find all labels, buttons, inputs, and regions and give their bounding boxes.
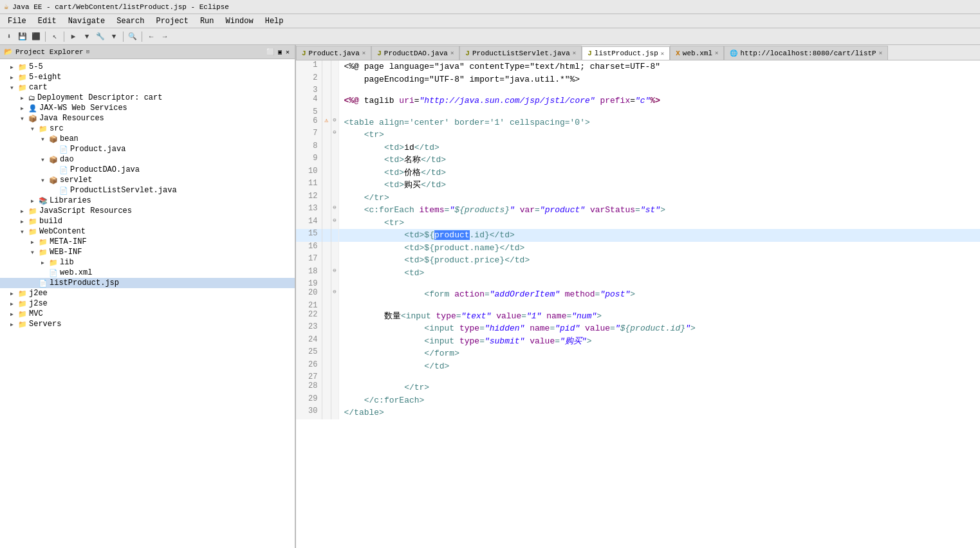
line-fold-14[interactable]: ⊖: [331, 217, 338, 230]
tree-item-webcontent[interactable]: ▼📁WebContent: [0, 226, 295, 237]
tab-product-java-tab[interactable]: J Product.java ✕: [296, 46, 371, 60]
toolbar-run-dropdown[interactable]: ▼: [80, 30, 93, 43]
tree-item-web-inf[interactable]: ▼📁WEB-INF: [0, 247, 295, 257]
toolbar-debug-dropdown[interactable]: ▼: [107, 30, 120, 43]
toolbar-back[interactable]: ←: [145, 30, 158, 43]
tree-arrow-jsresources[interactable]: ▶: [21, 208, 28, 214]
tree-arrow-lib[interactable]: ▶: [41, 260, 49, 266]
toolbar-forward[interactable]: →: [158, 30, 171, 43]
tree-item-servers[interactable]: ▶📁Servers: [0, 319, 295, 329]
tab-close-webxml-tab[interactable]: ✕: [715, 50, 718, 57]
tree-arrow-libraries[interactable]: ▶: [31, 198, 39, 204]
tree-item-product-java[interactable]: 📄Product.java: [0, 144, 295, 154]
tab-webxml-tab[interactable]: X web.xml ✕: [670, 46, 724, 60]
tree-arrow-servlet[interactable]: ▼: [41, 178, 49, 183]
menu-help[interactable]: Help: [260, 15, 289, 27]
tree-item-productlistservlet-java[interactable]: 📄ProductListServlet.java: [0, 185, 295, 196]
tree-arrow-webcontent[interactable]: ▼: [21, 229, 28, 235]
code-editor[interactable]: 1<%@ page language="java" contentType="t…: [296, 60, 980, 548]
tree-item-libraries[interactable]: ▶📚Libraries: [0, 196, 295, 206]
line-number-28: 28: [296, 381, 322, 394]
tree-item-deployment[interactable]: ▶🗂Deployment Descriptor: cart: [0, 93, 295, 103]
line-fold-6[interactable]: ⊖: [331, 116, 338, 129]
line-marker-27: [322, 372, 331, 381]
line-marker-25: [322, 347, 331, 360]
tree-item-cart[interactable]: ▼📁cart: [0, 82, 295, 93]
tree-arrow-dao[interactable]: ▼: [41, 157, 49, 163]
tree-arrow-jaxws[interactable]: ▶: [21, 105, 28, 111]
tree-item-j2se[interactable]: ▶📁j2se: [0, 298, 295, 309]
tree-item-jsresources[interactable]: ▶📁JavaScript Resources: [0, 206, 295, 216]
tree-item-meta-inf[interactable]: ▶📁META-INF: [0, 237, 295, 247]
tab-localhost-tab[interactable]: 🌐 http://localhost:8080/cart/listP ✕: [724, 46, 888, 60]
tab-productlistservlet-java-tab[interactable]: J ProductListServlet.java ✕: [459, 46, 582, 60]
line-fold-20[interactable]: ⊖: [331, 288, 338, 301]
code-cell-27: [338, 372, 980, 381]
tree-arrow-j2se[interactable]: ▶: [10, 301, 18, 307]
tree-item-productdao-java[interactable]: 📄ProductDAO.java: [0, 165, 295, 175]
tree-item-javaresources[interactable]: ▼📦Java Resources: [0, 113, 295, 123]
tree-item-lib[interactable]: ▶📁lib: [0, 257, 295, 268]
tab-close-listproduct-jsp-tab[interactable]: ✕: [661, 50, 664, 57]
code-row-28: 28 </tr>: [296, 381, 980, 394]
menu-file[interactable]: File: [3, 15, 32, 27]
tree-item-5-eight[interactable]: ▶📁5-eight: [0, 72, 295, 82]
toolbar-new[interactable]: ⬇: [3, 30, 15, 43]
tree-arrow-src[interactable]: ▼: [31, 126, 39, 132]
toolbar-cursor[interactable]: ↖: [48, 30, 61, 43]
tree-arrow-bean[interactable]: ▼: [41, 136, 49, 142]
menu-edit[interactable]: Edit: [33, 15, 62, 27]
tree-item-mvc[interactable]: ▶📁MVC: [0, 309, 295, 319]
toolbar-run[interactable]: ▶: [67, 30, 80, 43]
tree-label-j2se: j2se: [29, 299, 48, 308]
tab-listproduct-jsp-tab[interactable]: J listProduct.jsp ✕: [582, 46, 670, 60]
main-layout: 📂 Project Explorer ⊠ ⬜ ▣ ✕ ▶📁5-5▶📁5-eigh…: [0, 45, 980, 548]
tab-close-productdao-java-tab[interactable]: ✕: [450, 50, 454, 57]
sidebar-minimize[interactable]: ⬜: [265, 48, 275, 57]
tree-arrow-javaresources[interactable]: ▼: [21, 116, 28, 122]
menu-run[interactable]: Run: [195, 15, 219, 27]
tree-item-5-5[interactable]: ▶📁5-5: [0, 62, 295, 72]
tab-close-localhost-tab[interactable]: ✕: [879, 50, 882, 57]
tree-item-jaxws[interactable]: ▶👤JAX-WS Web Services: [0, 103, 295, 113]
tree-arrow-5-5[interactable]: ▶: [10, 64, 18, 70]
toolbar-save-all[interactable]: ⬛: [30, 30, 42, 43]
tab-close-product-java-tab[interactable]: ✕: [362, 50, 365, 57]
tree-arrow-5-eight[interactable]: ▶: [10, 75, 18, 80]
menu-window[interactable]: Window: [220, 15, 258, 27]
toolbar-debug[interactable]: 🔧: [94, 30, 107, 43]
toolbar-save[interactable]: 💾: [16, 30, 29, 43]
line-fold-13[interactable]: ⊖: [331, 204, 338, 217]
tree-arrow-cart[interactable]: ▼: [10, 85, 18, 91]
line-fold-7[interactable]: ⊖: [331, 129, 338, 142]
tree-arrow-build[interactable]: ▶: [21, 219, 28, 224]
line-fold-8: [331, 142, 338, 154]
tree-icon-5-5: 📁: [18, 63, 27, 71]
tree-item-bean[interactable]: ▼📦bean: [0, 134, 295, 144]
menu-search[interactable]: Search: [111, 15, 149, 27]
sidebar-close[interactable]: ✕: [284, 48, 291, 57]
line-marker-19: [322, 279, 331, 288]
toolbar-sep3: [123, 32, 124, 42]
tree-item-j2ee[interactable]: ▶📁j2ee: [0, 288, 295, 298]
tree-arrow-meta-inf[interactable]: ▶: [31, 239, 39, 245]
tab-close-productlistservlet-java-tab[interactable]: ✕: [573, 50, 576, 57]
tree-arrow-deployment[interactable]: ▶: [21, 95, 28, 101]
tree-item-listproduct-jsp[interactable]: 📄listProduct.jsp: [0, 278, 295, 288]
code-row-14: 14⊖ <tr>: [296, 217, 980, 230]
tree-arrow-web-inf[interactable]: ▼: [31, 250, 39, 255]
line-fold-18[interactable]: ⊖: [331, 267, 338, 280]
tree-item-servlet[interactable]: ▼📦servlet: [0, 175, 295, 185]
tab-productdao-java-tab[interactable]: J ProductDAO.java ✕: [371, 46, 459, 60]
tree-item-build[interactable]: ▶📁build: [0, 216, 295, 226]
menu-project[interactable]: Project: [151, 15, 193, 27]
tree-arrow-mvc[interactable]: ▶: [10, 311, 18, 317]
tree-arrow-servers[interactable]: ▶: [10, 322, 18, 327]
tree-item-web-xml[interactable]: 📄web.xml: [0, 268, 295, 278]
toolbar-search[interactable]: 🔍: [126, 30, 139, 43]
tree-item-src[interactable]: ▼📁src: [0, 123, 295, 134]
tree-item-dao[interactable]: ▼📦dao: [0, 154, 295, 165]
menu-navigate[interactable]: Navigate: [63, 15, 111, 27]
sidebar-maximize[interactable]: ▣: [277, 48, 283, 57]
tree-arrow-j2ee[interactable]: ▶: [10, 291, 18, 297]
